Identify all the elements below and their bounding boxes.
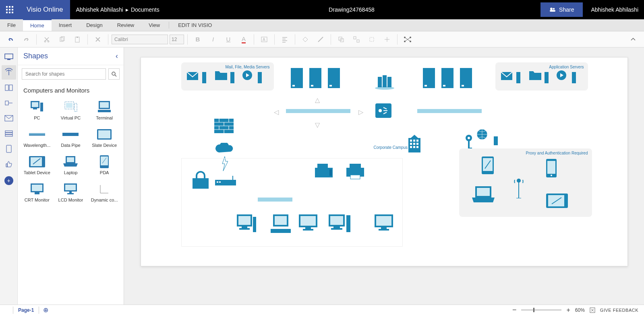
- shape-terminal[interactable]: Terminal: [87, 98, 121, 123]
- shape-wavelength-[interactable]: Wavelength...: [20, 125, 54, 150]
- font-color-button[interactable]: A: [237, 33, 251, 46]
- underline-button[interactable]: U: [222, 33, 235, 46]
- shape-virtual-pc[interactable]: Virtual PC: [54, 98, 88, 123]
- server-small-icon[interactable]: [572, 72, 576, 83]
- group-button[interactable]: [350, 33, 363, 46]
- play-icon[interactable]: [242, 70, 252, 80]
- server-icon[interactable]: [291, 68, 303, 88]
- firewall-icon[interactable]: [214, 119, 234, 133]
- monitor-icon[interactable]: [299, 214, 317, 234]
- shape-tablet-device[interactable]: Tablet Device: [20, 152, 54, 177]
- drawing-page[interactable]: Mail, File, Media Servers Application Se…: [141, 57, 628, 266]
- server-small-icon[interactable]: [494, 136, 498, 145]
- mail-icon[interactable]: [501, 72, 512, 80]
- position-button[interactable]: [365, 33, 379, 46]
- layout-button[interactable]: [380, 33, 394, 46]
- data-pipe[interactable]: [286, 109, 350, 113]
- fit-page-icon[interactable]: [590, 307, 595, 313]
- redo-button[interactable]: [19, 33, 33, 46]
- line-button[interactable]: [314, 33, 327, 46]
- cut-button[interactable]: [40, 33, 54, 46]
- building-icon[interactable]: [408, 135, 420, 152]
- shapes-search-input[interactable]: [22, 68, 106, 80]
- server-small-icon-2[interactable]: [230, 72, 234, 83]
- font-select[interactable]: [112, 35, 168, 44]
- menu-file[interactable]: File: [0, 19, 23, 31]
- terminal-icon[interactable]: [271, 214, 291, 234]
- shape-slate-device[interactable]: Slate Device: [87, 125, 121, 150]
- shape-laptop[interactable]: Laptop: [54, 152, 88, 177]
- give-feedback-link[interactable]: GIVE FEEDBACK: [600, 308, 638, 313]
- stencil-connector-icon[interactable]: [2, 96, 16, 110]
- connector-button[interactable]: [401, 33, 414, 46]
- mainframe-icon[interactable]: [375, 75, 395, 90]
- cloud-icon[interactable]: [215, 143, 234, 154]
- stencil-servers-icon[interactable]: [2, 126, 16, 141]
- arrange-button[interactable]: [334, 33, 348, 46]
- data-pipe[interactable]: [258, 198, 292, 202]
- undo-button[interactable]: [4, 33, 18, 46]
- shape-pc[interactable]: PC: [20, 98, 54, 123]
- italic-button[interactable]: I: [206, 33, 220, 46]
- breadcrumb-user[interactable]: Abhishek Abhilashi: [76, 6, 123, 13]
- collapse-ribbon-button[interactable]: [626, 33, 640, 46]
- menu-design[interactable]: Design: [79, 19, 110, 31]
- router-icon[interactable]: [375, 103, 391, 118]
- server-icon[interactable]: [460, 68, 472, 88]
- zoom-in-button[interactable]: +: [566, 307, 570, 314]
- font-size-select[interactable]: [170, 35, 184, 44]
- server-small-icon-3[interactable]: [258, 72, 262, 83]
- bold-button[interactable]: B: [191, 33, 205, 46]
- server-small-icon[interactable]: [545, 72, 549, 83]
- server-icon[interactable]: [441, 68, 453, 88]
- add-page-button[interactable]: ⊕: [43, 306, 48, 314]
- pc-icon[interactable]: [236, 214, 256, 234]
- server-icon[interactable]: [328, 68, 340, 88]
- server-icon[interactable]: [309, 68, 321, 88]
- monitor-icon[interactable]: [375, 214, 393, 234]
- breadcrumb-location[interactable]: Documents: [131, 6, 159, 13]
- phone-icon[interactable]: [546, 159, 557, 177]
- delete-button[interactable]: [91, 33, 105, 46]
- shape-crt-monitor[interactable]: CRT Monitor: [20, 180, 54, 205]
- fill-button[interactable]: [298, 33, 312, 46]
- pda-icon[interactable]: [482, 156, 494, 174]
- group-workstations[interactable]: [181, 158, 403, 247]
- shape-pda[interactable]: PDA: [87, 152, 121, 177]
- stencil-computers-icon[interactable]: [2, 50, 16, 64]
- page-tab[interactable]: Page-1: [13, 307, 39, 314]
- zoom-out-button[interactable]: −: [512, 306, 517, 314]
- shape-lcd-monitor[interactable]: LCD Monitor: [54, 180, 88, 205]
- zoom-slider[interactable]: [521, 309, 561, 311]
- stencil-rack-icon[interactable]: [2, 80, 16, 95]
- server-small-icon[interactable]: [516, 72, 520, 83]
- data-pipe[interactable]: [417, 109, 482, 113]
- server-icon[interactable]: [423, 68, 435, 88]
- folder-icon[interactable]: [215, 70, 227, 80]
- stencil-like-icon[interactable]: [2, 157, 16, 171]
- copy-button[interactable]: [55, 33, 69, 46]
- shape-dynamic-co-[interactable]: Dynamic co...: [87, 180, 121, 205]
- tablet-icon[interactable]: [546, 194, 568, 208]
- folder-icon[interactable]: [529, 70, 541, 80]
- paste-button[interactable]: [70, 33, 84, 46]
- stencil-mail-icon[interactable]: [2, 111, 16, 126]
- menu-home[interactable]: Home: [23, 19, 52, 31]
- canvas-area[interactable]: Mail, File, Media Servers Application Se…: [124, 47, 644, 305]
- zoom-level[interactable]: 60%: [575, 307, 585, 313]
- app-launcher-icon[interactable]: [0, 0, 19, 19]
- menu-view[interactable]: View: [141, 19, 167, 31]
- collapse-shapes-icon[interactable]: ‹: [116, 52, 118, 60]
- shape-data-pipe[interactable]: Data Pipe: [54, 125, 88, 150]
- add-stencil-button[interactable]: +: [4, 176, 13, 185]
- stencil-mobile-icon[interactable]: [2, 142, 16, 156]
- search-icon[interactable]: [108, 68, 120, 80]
- play-icon[interactable]: [557, 70, 566, 80]
- antenna-icon[interactable]: [513, 178, 524, 198]
- menu-insert[interactable]: Insert: [52, 19, 79, 31]
- user-name[interactable]: Abhishek Abhilashi: [585, 6, 644, 13]
- menu-review[interactable]: Review: [110, 19, 142, 31]
- align-button[interactable]: [278, 33, 292, 46]
- mail-icon[interactable]: [187, 72, 198, 80]
- server-small-icon[interactable]: [202, 72, 206, 83]
